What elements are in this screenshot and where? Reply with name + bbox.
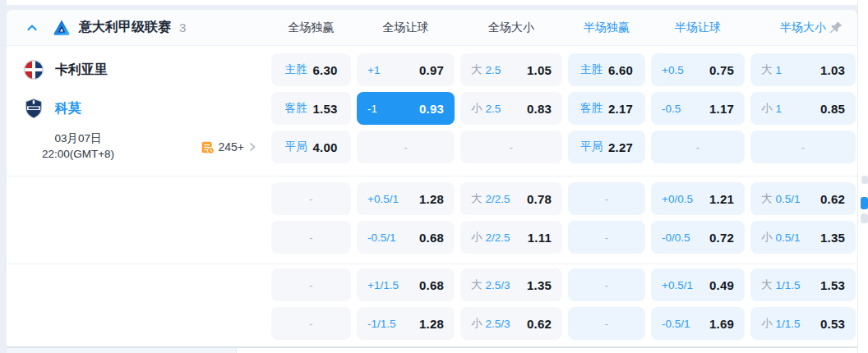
odds-cell-empty: -: [460, 131, 562, 163]
more-markets-link[interactable]: 245+: [201, 140, 257, 154]
column-header[interactable]: 半场独赢: [568, 21, 645, 35]
odds-label: -: [801, 141, 805, 154]
odds-value: 1.28: [419, 317, 444, 331]
odds-section-main: 卡利亚里 科莫 03月07日 22:00(GMT+8): [7, 46, 857, 176]
odds-cell[interactable]: 小2/2.51.11: [460, 221, 562, 254]
odds-label: -: [309, 318, 312, 330]
odds-label: 0.5/1: [776, 193, 801, 205]
odds-cell[interactable]: 大1/1.51.53: [750, 268, 856, 301]
odds-cell[interactable]: 小0.5/11.35: [750, 221, 856, 254]
odds-cell[interactable]: 大2/2.50.78: [460, 182, 562, 215]
odds-value: 0.78: [527, 192, 552, 206]
league-header: 意大利甲级联赛 3 全场独赢全场让球全场大小半场独赢半场让球半场大小: [7, 10, 857, 46]
odds-label: -: [696, 141, 699, 154]
next-row-cutoff-left: [7, 348, 237, 353]
home-team-row[interactable]: 卡利亚里: [7, 53, 265, 86]
odds-cell[interactable]: 主胜6.60: [568, 53, 645, 86]
odds-value: 2.17: [608, 102, 633, 116]
odds-cell[interactable]: +0/0.51.21: [651, 182, 745, 215]
odds-label: 2/2.5: [486, 193, 510, 205]
league-logo-icon: [53, 19, 71, 37]
odds-cell[interactable]: 大0.5/10.62: [750, 182, 856, 215]
odds-cell[interactable]: -0/0.50.72: [651, 221, 745, 254]
odds-label: +0/0.5: [662, 193, 693, 205]
odds-prefix: 大: [761, 191, 773, 206]
odds-cell[interactable]: -0.51.17: [651, 92, 745, 125]
odds-value: 0.93: [419, 102, 444, 116]
odds-cell-empty: -: [568, 221, 645, 254]
odds-value: 1.03: [820, 63, 845, 77]
odds-section-alt-2: -+1/1.50.68大2.5/31.35-+0.5/10.49大1/1.51.…: [7, 264, 857, 346]
odds-value: 1.53: [820, 278, 845, 292]
odds-prefix: 小: [761, 316, 773, 331]
column-header[interactable]: 全场大小: [460, 21, 562, 35]
odds-cell-empty: -: [750, 131, 856, 163]
odds-label: -: [309, 232, 312, 244]
home-team-logo-icon: [23, 59, 44, 80]
odds-value: 1.17: [709, 102, 734, 116]
odds-label: 2.5: [486, 64, 501, 76]
match-time: 03月07日 22:00(GMT+8): [25, 131, 132, 163]
odds-label: 平局: [580, 140, 603, 154]
odds-value: 0.62: [527, 317, 552, 331]
odds-label: -0.5/1: [662, 318, 690, 330]
odds-cell[interactable]: 客胜2.17: [568, 92, 645, 125]
chevron-right-icon: [247, 142, 257, 152]
odds-prefix: 小: [761, 230, 773, 245]
odds-value: 1.35: [527, 278, 552, 292]
odds-value: 1.53: [313, 102, 338, 116]
odds-label: -0.5/1: [367, 232, 396, 244]
odds-label: -: [605, 279, 608, 291]
odds-cell[interactable]: +0.5/10.49: [651, 268, 745, 301]
odds-label: 2/2.5: [486, 232, 510, 244]
league-card: 意大利甲级联赛 3 全场独赢全场让球全场大小半场独赢半场让球半场大小: [7, 10, 857, 353]
odds-cell[interactable]: 小1/1.50.53: [750, 307, 856, 340]
odds-label: 2.5/3: [486, 318, 510, 330]
odds-value: 2.27: [608, 140, 633, 154]
odds-cell[interactable]: +0.5/11.28: [357, 182, 455, 215]
odds-label: +1: [367, 64, 380, 76]
odds-cell[interactable]: 大2.51.05: [460, 53, 562, 86]
odds-label: -1: [367, 103, 377, 115]
odds-prefix: 大: [471, 62, 482, 77]
odds-value: 0.83: [527, 102, 552, 116]
odds-label: +0.5: [662, 64, 684, 76]
column-header[interactable]: 全场独赢: [271, 21, 351, 35]
league-title: 意大利甲级联赛: [79, 19, 171, 36]
collapse-button[interactable]: [23, 19, 41, 37]
odds-cell[interactable]: +0.50.75: [651, 53, 745, 86]
odds-value: 4.00: [313, 140, 338, 154]
odds-cell[interactable]: 大2.5/31.35: [460, 268, 562, 301]
odds-cell[interactable]: 主胜6.30: [271, 53, 351, 86]
match-date: 03月07日: [25, 131, 132, 147]
odds-cell-empty: -: [271, 268, 351, 301]
odds-value: 0.49: [709, 278, 734, 292]
odds-value: 1.35: [820, 231, 845, 245]
odds-cell[interactable]: -1/1.51.28: [357, 307, 455, 340]
betting-page: 意大利甲级联赛 3 全场独赢全场让球全场大小半场独赢半场让球半场大小: [0, 0, 868, 353]
column-header[interactable]: 半场让球: [651, 21, 745, 35]
odds-cell[interactable]: 大11.03: [750, 53, 856, 86]
odds-prefix: 大: [471, 191, 482, 206]
odds-cell[interactable]: -0.5/11.69: [651, 307, 745, 340]
pushpin-icon[interactable]: [828, 20, 844, 36]
odds-cell[interactable]: -0.5/10.68: [357, 221, 455, 254]
odds-cell-empty: -: [271, 182, 351, 215]
odds-cell[interactable]: 平局4.00: [271, 131, 351, 163]
away-team-row[interactable]: 科莫: [7, 92, 265, 125]
odds-cell[interactable]: -10.93: [357, 92, 455, 125]
odds-cell[interactable]: +1/1.50.68: [357, 268, 455, 301]
odds-cell[interactable]: +10.97: [357, 53, 455, 86]
odds-prefix: 大: [471, 277, 482, 292]
odds-cell[interactable]: 小2.5/30.62: [460, 307, 562, 340]
odds-value: 1.11: [528, 231, 552, 245]
odds-label: -: [605, 193, 608, 205]
odds-cell-empty: -: [568, 268, 645, 301]
odds-cell[interactable]: 小2.50.83: [460, 92, 562, 125]
odds-cell[interactable]: 客胜1.53: [271, 92, 351, 125]
odds-cell[interactable]: 小10.85: [750, 92, 856, 125]
odds-cell[interactable]: 平局2.27: [568, 131, 645, 163]
odds-cell-empty: -: [271, 221, 351, 254]
odds-label: 0.5/1: [776, 232, 801, 244]
column-header[interactable]: 全场让球: [357, 21, 455, 35]
